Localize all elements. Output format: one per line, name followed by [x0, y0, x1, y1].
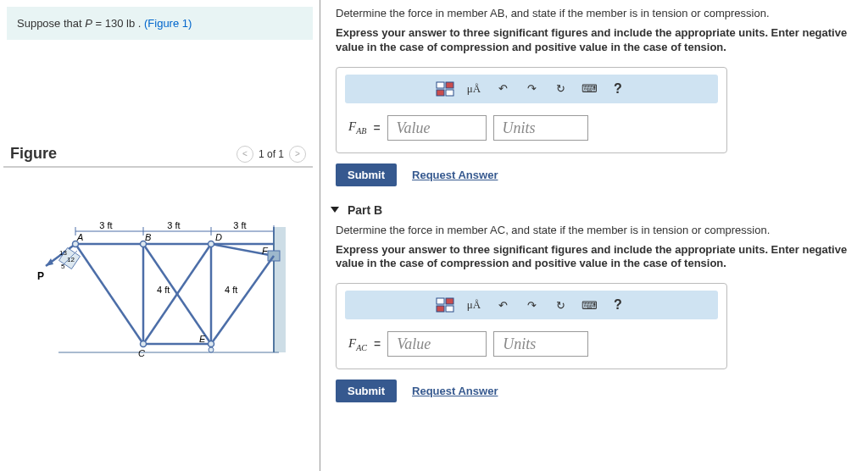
units-symbol-button[interactable]: μÅ [463, 80, 485, 98]
reset-button[interactable]: ↻ [549, 296, 571, 314]
part-a-question: Determine the force in member AB, and st… [336, 7, 853, 21]
part-a-submit-button[interactable]: Submit [336, 163, 397, 186]
svg-text:5: 5 [61, 263, 65, 270]
svg-rect-0 [274, 227, 286, 352]
equals-sign: = [374, 337, 381, 351]
undo-button[interactable]: ↶ [492, 296, 514, 314]
redo-button[interactable]: ↷ [520, 80, 542, 98]
reset-button[interactable]: ↻ [549, 80, 571, 98]
part-a-input-panel: μÅ ↶ ↷ ↻ ⌨ ? FAB = Value Units [336, 67, 727, 153]
svg-text:C: C [138, 348, 145, 358]
part-b-instruction: Express your answer to three significant… [336, 243, 853, 272]
problem-value: = 130 lb . [96, 17, 144, 30]
templates-button[interactable] [434, 296, 456, 314]
units-symbol-button[interactable]: μÅ [463, 296, 485, 314]
undo-button[interactable]: ↶ [492, 80, 514, 98]
svg-point-19 [208, 341, 214, 347]
problem-variable: P [85, 17, 92, 30]
svg-text:P: P [37, 270, 44, 282]
svg-text:E: E [199, 334, 206, 344]
redo-button[interactable]: ↷ [520, 296, 542, 314]
part-b-request-answer-link[interactable]: Request Answer [412, 385, 498, 397]
svg-text:3 ft: 3 ft [233, 220, 246, 230]
figure-counter: 1 of 1 [259, 148, 284, 160]
svg-rect-43 [437, 82, 444, 88]
svg-marker-14 [46, 258, 53, 266]
svg-point-17 [208, 241, 214, 247]
svg-rect-49 [437, 306, 444, 312]
part-b-disclosure-icon[interactable] [331, 207, 339, 213]
figure-next-button[interactable]: > [289, 146, 306, 163]
svg-text:3 ft: 3 ft [167, 220, 180, 230]
part-a-request-answer-link[interactable]: Request Answer [412, 169, 498, 181]
part-b-value-input[interactable]: Value [387, 331, 487, 357]
figure-prev-button[interactable]: < [236, 146, 253, 163]
part-b-question: Determine the force in member AC, and st… [336, 224, 853, 238]
part-b-submit-button[interactable]: Submit [336, 380, 397, 402]
help-button[interactable]: ? [607, 296, 629, 314]
svg-rect-46 [446, 90, 453, 96]
svg-point-20 [209, 347, 214, 352]
svg-text:3 ft: 3 ft [99, 220, 112, 230]
part-b-variable: FAC [348, 336, 367, 352]
svg-text:D: D [215, 232, 222, 242]
part-b-header: Part B [348, 203, 382, 217]
svg-rect-47 [437, 298, 444, 304]
templates-button[interactable] [434, 80, 456, 98]
truss-figure: 3 ft 3 ft 3 ft 4 ft 4 ft A B D F C E P 1… [0, 202, 320, 365]
part-a-value-input[interactable]: Value [387, 115, 487, 141]
svg-line-9 [75, 244, 143, 344]
part-a-variable: FAB [348, 119, 366, 136]
figure-link[interactable]: (Figure 1) [144, 17, 192, 30]
keyboard-button[interactable]: ⌨ [578, 296, 600, 314]
svg-text:4 ft: 4 ft [157, 285, 170, 295]
svg-text:4 ft: 4 ft [225, 285, 237, 295]
part-a-instruction: Express your answer to three significant… [336, 26, 853, 55]
svg-line-12 [211, 256, 274, 344]
part-a-units-input[interactable]: Units [493, 115, 588, 141]
svg-text:B: B [145, 232, 151, 242]
svg-text:12: 12 [67, 256, 75, 263]
svg-rect-44 [446, 82, 453, 88]
figure-title: Figure [10, 145, 236, 163]
keyboard-button[interactable]: ⌨ [578, 80, 600, 98]
svg-rect-50 [446, 306, 453, 312]
svg-text:A: A [76, 232, 83, 242]
problem-prefix: Suppose that [17, 17, 85, 30]
part-b-input-panel: μÅ ↶ ↷ ↻ ⌨ ? FAC = Value Units [336, 283, 727, 369]
equals-sign: = [373, 121, 380, 135]
part-b-units-input[interactable]: Units [493, 331, 588, 357]
problem-statement: Suppose that P = 130 lb . (Figure 1) [7, 7, 313, 40]
svg-point-18 [140, 341, 146, 347]
svg-rect-45 [437, 90, 444, 96]
svg-rect-48 [446, 298, 453, 304]
help-button[interactable]: ? [607, 80, 629, 98]
